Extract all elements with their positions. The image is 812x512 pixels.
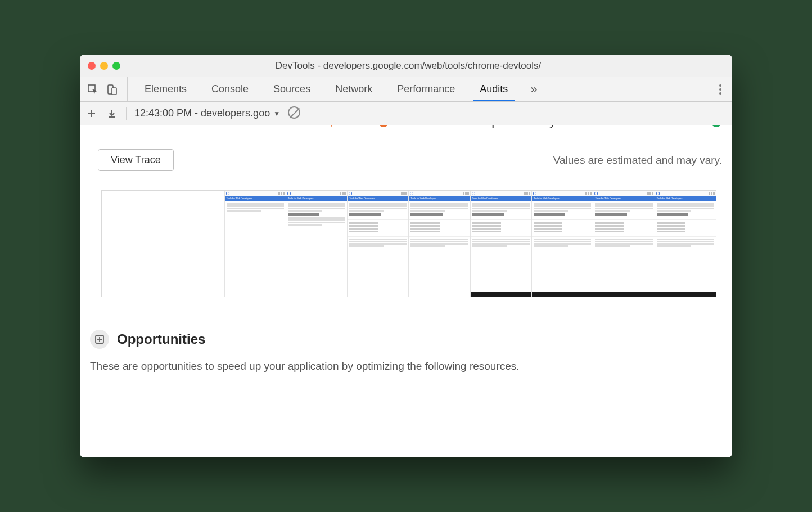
status-dot-ok-icon bbox=[711, 125, 722, 127]
tab-elements[interactable]: Elements bbox=[132, 77, 199, 101]
download-icon[interactable] bbox=[106, 107, 118, 120]
status-dot-warning-icon bbox=[378, 125, 389, 127]
metric-value-text: 7,180 ms bbox=[323, 125, 374, 129]
svg-point-3 bbox=[719, 84, 721, 87]
filmstrip-frame: Tools for Web Developers bbox=[531, 191, 593, 297]
metric-tti: Time to Interactive 7,180 ms bbox=[80, 125, 399, 137]
device-toggle-icon[interactable] bbox=[106, 83, 118, 96]
frame-banner: Tools for Web Developers bbox=[409, 196, 470, 201]
tabs-overflow[interactable]: » bbox=[520, 77, 725, 101]
chevron-down-icon: ▼ bbox=[273, 110, 280, 118]
filmstrip-frame: Tools for Web Developers bbox=[655, 191, 716, 297]
devtools-window: DevTools - developers.google.com/web/too… bbox=[80, 55, 732, 457]
section-description: These are opportunities to speed up your… bbox=[90, 360, 722, 372]
inspect-element-icon[interactable] bbox=[87, 83, 99, 96]
filmstrip-frame: Tools for Web Developers bbox=[408, 191, 470, 297]
opportunities-icon bbox=[90, 330, 109, 349]
panel-tabs: Elements Console Sources Network Perform… bbox=[132, 77, 520, 101]
tab-console[interactable]: Console bbox=[199, 77, 261, 101]
clear-icon[interactable] bbox=[288, 106, 300, 121]
frame-banner: Tools for Web Developers bbox=[286, 196, 347, 201]
audit-select-label: 12:43:00 PM - developers.goo bbox=[134, 107, 270, 119]
metric-value: 18 ms bbox=[673, 125, 722, 129]
filmstrip-frame: Tools for Web Developers bbox=[593, 191, 654, 297]
tab-performance[interactable]: Performance bbox=[385, 77, 467, 101]
metric-value: 7,180 ms bbox=[323, 125, 390, 129]
tab-network[interactable]: Network bbox=[323, 77, 385, 101]
section-title: Opportunities bbox=[117, 331, 205, 347]
frame-banner: Tools for Web Developers bbox=[348, 196, 408, 201]
new-audit-icon[interactable] bbox=[85, 107, 98, 120]
devtools-tabs: Elements Console Sources Network Perform… bbox=[80, 77, 732, 102]
filmstrip: Tools for Web Developers Tools for Web D… bbox=[101, 190, 716, 297]
filmstrip-frame: Tools for Web Developers Chrome DevTools bbox=[286, 191, 347, 297]
filmstrip-frame: Tools for Web Developers bbox=[470, 191, 531, 297]
metric-label: Time to Interactive bbox=[90, 125, 191, 129]
section-header: Opportunities bbox=[90, 330, 722, 349]
tab-sources[interactable]: Sources bbox=[261, 77, 323, 101]
titlebar: DevTools - developers.google.com/web/too… bbox=[80, 55, 732, 77]
frame-banner: Tools for Web Developers bbox=[532, 196, 593, 201]
frame-banner: Tools for Web Developers bbox=[655, 196, 716, 201]
kebab-menu-icon[interactable] bbox=[719, 83, 722, 96]
filmstrip-frame bbox=[163, 191, 224, 297]
inspector-controls bbox=[87, 77, 128, 101]
audit-select[interactable]: 12:43:00 PM - developers.goo ▼ bbox=[134, 107, 280, 119]
chevron-double-right-icon: » bbox=[530, 82, 537, 97]
estimate-hint: Values are estimated and may vary. bbox=[553, 154, 722, 167]
filmstrip-frame: Tools for Web Developers bbox=[347, 191, 408, 297]
frame-banner: Tools for Web Developers bbox=[471, 196, 531, 201]
metric-value-text: 18 ms bbox=[673, 125, 706, 129]
filmstrip-frame bbox=[102, 191, 163, 297]
svg-point-5 bbox=[719, 92, 721, 95]
svg-rect-2 bbox=[112, 88, 116, 95]
trace-row: View Trace Values are estimated and may … bbox=[80, 138, 732, 177]
audits-toolbar: 12:43:00 PM - developers.goo ▼ bbox=[80, 102, 732, 125]
frame-banner: Tools for Web Developers bbox=[225, 196, 286, 201]
frame-heading: Chrome DevTools bbox=[288, 213, 319, 216]
filmstrip-frame: Tools for Web Developers bbox=[224, 191, 286, 297]
opportunities-section: Opportunities These are opportunities to… bbox=[80, 330, 732, 372]
frame-banner: Tools for Web Developers bbox=[593, 196, 654, 201]
metrics-row: Time to Interactive 7,180 ms Estimated I… bbox=[80, 125, 732, 138]
audits-content: Time to Interactive 7,180 ms Estimated I… bbox=[80, 125, 732, 457]
svg-point-4 bbox=[719, 88, 721, 91]
tab-audits[interactable]: Audits bbox=[467, 77, 520, 101]
divider bbox=[126, 107, 127, 120]
view-trace-button[interactable]: View Trace bbox=[98, 149, 174, 171]
window-title: DevTools - developers.google.com/web/too… bbox=[92, 60, 724, 71]
metric-label: Estimated Input Latency bbox=[423, 125, 556, 129]
metric-eil: Estimated Input Latency 18 ms bbox=[413, 125, 732, 137]
